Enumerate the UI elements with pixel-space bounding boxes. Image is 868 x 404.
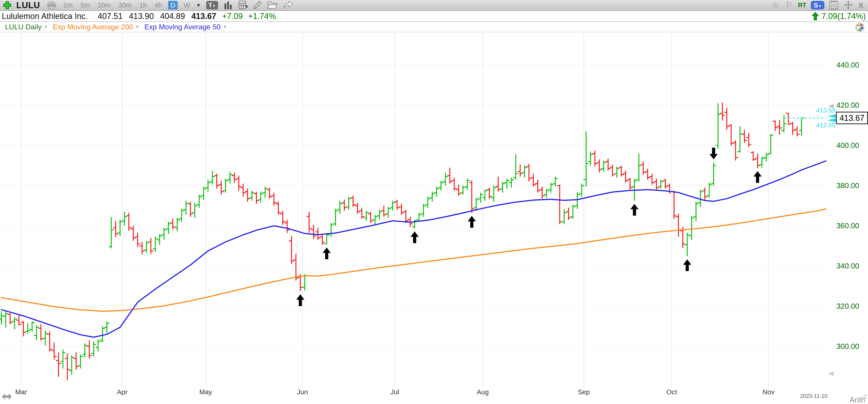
price-bar [0,311,4,325]
price-bar [329,223,334,237]
timeframe-30m[interactable]: 30m [119,1,131,9]
chart-legend: LULU Daily ▼ Exp Moving Average 200 ▼ Ex… [0,22,868,32]
price-bar [663,179,668,189]
save-icon[interactable] [829,1,838,10]
price-bar [131,226,136,241]
price-bar [483,190,488,201]
price-axis-label: 300.00 [836,342,859,350]
price-bar [403,210,408,223]
price-bar [236,176,241,191]
open-value: 407.51 [98,11,123,21]
price-bar [30,321,35,332]
buy-arrow-annotation [322,247,331,259]
month-label: Oct [666,388,677,396]
price-bar [760,157,765,168]
calculator-icon[interactable] [239,1,248,10]
price-axis-label: 420.00 [836,101,859,109]
price-bar [346,197,351,210]
move-window-icon[interactable] [844,1,853,10]
timeframe-10m[interactable]: 10m [98,1,111,9]
price-bar [267,188,272,199]
price-bar [781,115,786,133]
buy-arrow-annotation [630,204,639,216]
chart-area[interactable]: MarAprMayJunJulAugSepOctNov440.00420.004… [0,32,868,404]
folder-icon[interactable] [268,1,278,9]
price-bar [627,177,632,190]
price-bar [755,154,760,168]
price-bar [153,237,158,252]
price-bar [56,352,61,377]
price-bar [175,218,180,231]
price-bar [166,222,171,234]
chevron-down-icon[interactable]: ▼ [44,25,48,29]
price-bar [201,187,206,200]
price-bar [258,192,264,203]
timeframe-daily-active[interactable]: D [168,1,178,9]
price-bar [245,189,250,202]
axis-marker-icon [828,372,834,376]
strategy-button[interactable]: S▼ [811,1,825,9]
price-bar [456,185,461,196]
timeframe-5m[interactable]: 5m [81,1,90,9]
price-bar [250,191,254,201]
timeframe-1m[interactable]: 1m [63,1,73,9]
price-bar [91,341,96,357]
legend-ema200[interactable]: Exp Moving Average 200 [53,23,133,31]
price-bar [65,354,70,380]
price-bar [711,163,716,186]
price-bar [144,241,149,253]
price-bar [689,216,694,240]
price-bar [74,352,79,370]
price-bar [135,233,140,247]
volume-bars-icon[interactable] [224,1,233,9]
printer-icon[interactable] [47,1,57,9]
price-bar [799,117,804,135]
price-bar [452,177,457,191]
price-bar [795,126,800,136]
price-bar [148,238,153,254]
price-bar [562,209,567,224]
price-bar [746,133,751,147]
price-bar [426,197,430,208]
price-bar [34,325,39,341]
ask-price-label: 412.55 [816,122,835,129]
chevron-down-icon[interactable]: ▼ [223,25,227,29]
symbol-label[interactable]: LULU [16,0,40,10]
price-bar [526,164,531,181]
price-bar [496,177,501,192]
buy-arrow-annotation [753,171,762,183]
price-bar [179,209,184,222]
flag-icon[interactable]: ⚐ [785,0,793,10]
legend-ema50[interactable]: Exp Moving Average 50 [145,23,221,31]
price-bar [460,186,465,195]
star-icon[interactable]: ☆ [772,0,780,10]
chevron-down-icon[interactable]: ▼ [135,25,140,29]
close-icon[interactable]: X [858,1,864,10]
price-axis-label: 400.00 [836,141,859,149]
timeframe-weekly[interactable]: W [184,1,190,9]
price-bar [118,220,123,236]
add-symbol-icon[interactable] [3,1,12,10]
timeframe-4h[interactable]: 4h [155,1,162,9]
scale-type-label[interactable]: Arith [849,396,865,404]
price-bar [188,202,193,217]
timeframe-dropdown-icon[interactable]: ▼ [196,3,201,8]
price-bar [478,193,483,203]
price-bar [606,159,611,170]
price-bar [12,317,17,329]
pencil-icon[interactable] [253,1,262,10]
price-bar [140,242,145,254]
legend-main-series[interactable]: LULU Daily [5,23,41,31]
price-bar [539,187,545,199]
price-bar [47,331,52,351]
price-bar [96,339,101,351]
month-label: Jul [391,388,399,396]
timeframe-1h[interactable]: 1h [139,1,147,9]
high-value: 413.90 [129,11,154,21]
price-bar [447,168,452,183]
scroll-horizontal-icon[interactable] [2,393,12,400]
buy-arrow-annotation [683,259,691,271]
chart-type-button[interactable]: T▼ [206,1,218,9]
price-bar [658,179,663,189]
share-arrow-icon[interactable] [283,1,293,9]
